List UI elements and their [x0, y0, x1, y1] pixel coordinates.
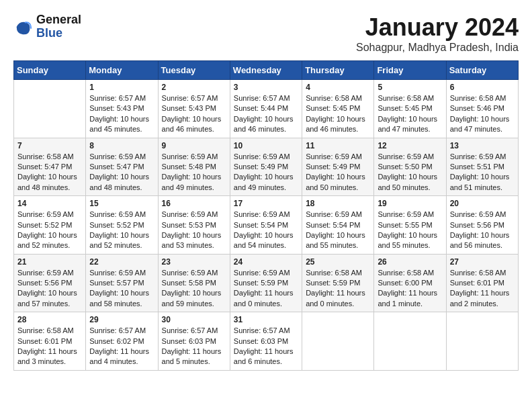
day-number: 20: [450, 199, 515, 208]
cell-content: Sunrise: 6:59 AM Sunset: 5:56 PM Dayligh…: [450, 210, 515, 251]
calendar-cell: [374, 312, 446, 371]
header-row: SundayMondayTuesdayWednesdayThursdayFrid…: [14, 61, 519, 80]
cell-content: Sunrise: 6:59 AM Sunset: 5:52 PM Dayligh…: [17, 210, 82, 251]
calendar-cell: 9Sunrise: 6:59 AM Sunset: 5:48 PM Daylig…: [158, 138, 230, 196]
day-number: 10: [234, 141, 298, 150]
day-number: 19: [378, 199, 442, 208]
calendar-cell: 29Sunrise: 6:57 AM Sunset: 6:02 PM Dayli…: [86, 312, 158, 371]
cell-content: Sunrise: 6:59 AM Sunset: 5:49 PM Dayligh…: [234, 152, 298, 193]
week-row-1: 1Sunrise: 6:57 AM Sunset: 5:43 PM Daylig…: [14, 80, 519, 138]
cell-content: Sunrise: 6:57 AM Sunset: 5:43 PM Dayligh…: [162, 93, 226, 135]
cell-content: Sunrise: 6:58 AM Sunset: 5:45 PM Dayligh…: [378, 93, 442, 135]
cell-content: Sunrise: 6:59 AM Sunset: 5:51 PM Dayligh…: [450, 152, 515, 193]
day-number: 4: [306, 83, 370, 92]
cell-content: Sunrise: 6:58 AM Sunset: 5:47 PM Dayligh…: [17, 152, 82, 193]
calendar-cell: 20Sunrise: 6:59 AM Sunset: 5:56 PM Dayli…: [446, 196, 518, 255]
header-cell-thursday: Thursday: [302, 61, 374, 80]
cell-content: Sunrise: 6:57 AM Sunset: 5:44 PM Dayligh…: [234, 93, 298, 135]
calendar-cell: 25Sunrise: 6:58 AM Sunset: 5:59 PM Dayli…: [302, 254, 374, 312]
calendar-cell: 6Sunrise: 6:58 AM Sunset: 5:46 PM Daylig…: [446, 80, 518, 138]
week-row-2: 7Sunrise: 6:58 AM Sunset: 5:47 PM Daylig…: [14, 138, 519, 196]
calendar-body: 1Sunrise: 6:57 AM Sunset: 5:43 PM Daylig…: [14, 80, 519, 371]
calendar-table: SundayMondayTuesdayWednesdayThursdayFrid…: [13, 60, 519, 371]
day-number: 18: [306, 199, 370, 208]
cell-content: Sunrise: 6:59 AM Sunset: 5:53 PM Dayligh…: [162, 210, 226, 251]
day-number: 1: [89, 83, 154, 92]
day-number: 24: [234, 257, 298, 267]
cell-content: Sunrise: 6:57 AM Sunset: 5:43 PM Dayligh…: [89, 93, 154, 135]
cell-content: Sunrise: 6:59 AM Sunset: 5:54 PM Dayligh…: [234, 210, 298, 251]
calendar-cell: 28Sunrise: 6:58 AM Sunset: 6:01 PM Dayli…: [14, 312, 86, 371]
calendar-cell: 19Sunrise: 6:59 AM Sunset: 5:55 PM Dayli…: [374, 196, 446, 255]
cell-content: Sunrise: 6:58 AM Sunset: 6:01 PM Dayligh…: [17, 326, 82, 367]
cell-content: Sunrise: 6:59 AM Sunset: 5:57 PM Dayligh…: [89, 268, 154, 310]
calendar-cell: 14Sunrise: 6:59 AM Sunset: 5:52 PM Dayli…: [14, 196, 86, 255]
header-cell-saturday: Saturday: [446, 61, 518, 80]
day-number: 11: [306, 141, 370, 150]
calendar-cell: 11Sunrise: 6:59 AM Sunset: 5:49 PM Dayli…: [302, 138, 374, 196]
calendar-cell: 2Sunrise: 6:57 AM Sunset: 5:43 PM Daylig…: [158, 80, 230, 138]
calendar-cell: [446, 312, 518, 371]
calendar-subtitle: Sohagpur, Madhya Pradesh, India: [356, 42, 519, 54]
day-number: 30: [162, 315, 226, 324]
calendar-cell: 10Sunrise: 6:59 AM Sunset: 5:49 PM Dayli…: [230, 138, 302, 196]
cell-content: Sunrise: 6:59 AM Sunset: 5:50 PM Dayligh…: [378, 152, 442, 193]
calendar-cell: 23Sunrise: 6:59 AM Sunset: 5:58 PM Dayli…: [158, 254, 230, 312]
calendar-title: January 2024: [356, 13, 519, 42]
calendar-cell: 27Sunrise: 6:58 AM Sunset: 6:01 PM Dayli…: [446, 254, 518, 312]
cell-content: Sunrise: 6:58 AM Sunset: 5:46 PM Dayligh…: [450, 93, 515, 135]
header-cell-monday: Monday: [86, 61, 158, 80]
cell-content: Sunrise: 6:58 AM Sunset: 5:45 PM Dayligh…: [306, 93, 370, 135]
calendar-cell: 24Sunrise: 6:59 AM Sunset: 5:59 PM Dayli…: [230, 254, 302, 312]
cell-content: Sunrise: 6:59 AM Sunset: 5:54 PM Dayligh…: [306, 210, 370, 251]
day-number: 3: [234, 83, 298, 92]
day-number: 28: [17, 315, 82, 324]
day-number: 27: [450, 257, 515, 267]
week-row-4: 21Sunrise: 6:59 AM Sunset: 5:56 PM Dayli…: [14, 254, 519, 312]
cell-content: Sunrise: 6:59 AM Sunset: 5:49 PM Dayligh…: [306, 152, 370, 193]
calendar-cell: 4Sunrise: 6:58 AM Sunset: 5:45 PM Daylig…: [302, 80, 374, 138]
cell-content: Sunrise: 6:59 AM Sunset: 5:56 PM Dayligh…: [17, 268, 82, 310]
calendar-cell: 8Sunrise: 6:59 AM Sunset: 5:47 PM Daylig…: [86, 138, 158, 196]
day-number: 12: [378, 141, 442, 150]
day-number: 21: [17, 257, 82, 267]
calendar-cell: 1Sunrise: 6:57 AM Sunset: 5:43 PM Daylig…: [86, 80, 158, 138]
cell-content: Sunrise: 6:59 AM Sunset: 5:59 PM Dayligh…: [234, 268, 298, 310]
calendar-cell: 5Sunrise: 6:58 AM Sunset: 5:45 PM Daylig…: [374, 80, 446, 138]
header-cell-tuesday: Tuesday: [158, 61, 230, 80]
day-number: 14: [17, 199, 82, 208]
header-cell-sunday: Sunday: [14, 61, 86, 80]
calendar-cell: 16Sunrise: 6:59 AM Sunset: 5:53 PM Dayli…: [158, 196, 230, 255]
day-number: 26: [378, 257, 442, 267]
day-number: 16: [162, 199, 226, 208]
calendar-cell: 15Sunrise: 6:59 AM Sunset: 5:52 PM Dayli…: [86, 196, 158, 255]
logo-text: General Blue: [36, 13, 81, 40]
cell-content: Sunrise: 6:59 AM Sunset: 5:55 PM Dayligh…: [378, 210, 442, 251]
calendar-cell: 13Sunrise: 6:59 AM Sunset: 5:51 PM Dayli…: [446, 138, 518, 196]
day-number: 7: [17, 141, 82, 150]
week-row-3: 14Sunrise: 6:59 AM Sunset: 5:52 PM Dayli…: [14, 196, 519, 255]
cell-content: Sunrise: 6:58 AM Sunset: 5:59 PM Dayligh…: [306, 268, 370, 310]
calendar-cell: [302, 312, 374, 371]
calendar-header: SundayMondayTuesdayWednesdayThursdayFrid…: [14, 61, 519, 80]
header-cell-wednesday: Wednesday: [230, 61, 302, 80]
logo-icon: [13, 17, 32, 36]
cell-content: Sunrise: 6:58 AM Sunset: 6:01 PM Dayligh…: [450, 268, 515, 310]
week-row-5: 28Sunrise: 6:58 AM Sunset: 6:01 PM Dayli…: [14, 312, 519, 371]
day-number: 15: [89, 199, 154, 208]
calendar-cell: 3Sunrise: 6:57 AM Sunset: 5:44 PM Daylig…: [230, 80, 302, 138]
day-number: 5: [378, 83, 442, 92]
calendar-cell: 12Sunrise: 6:59 AM Sunset: 5:50 PM Dayli…: [374, 138, 446, 196]
day-number: 13: [450, 141, 515, 150]
day-number: 25: [306, 257, 370, 267]
cell-content: Sunrise: 6:59 AM Sunset: 5:47 PM Dayligh…: [89, 152, 154, 193]
calendar-cell: 7Sunrise: 6:58 AM Sunset: 5:47 PM Daylig…: [14, 138, 86, 196]
day-number: 29: [89, 315, 154, 324]
cell-content: Sunrise: 6:57 AM Sunset: 6:03 PM Dayligh…: [162, 326, 226, 367]
day-number: 8: [89, 141, 154, 150]
calendar-cell: 21Sunrise: 6:59 AM Sunset: 5:56 PM Dayli…: [14, 254, 86, 312]
day-number: 22: [89, 257, 154, 267]
cell-content: Sunrise: 6:59 AM Sunset: 5:58 PM Dayligh…: [162, 268, 226, 310]
day-number: 9: [162, 141, 226, 150]
day-number: 17: [234, 199, 298, 208]
